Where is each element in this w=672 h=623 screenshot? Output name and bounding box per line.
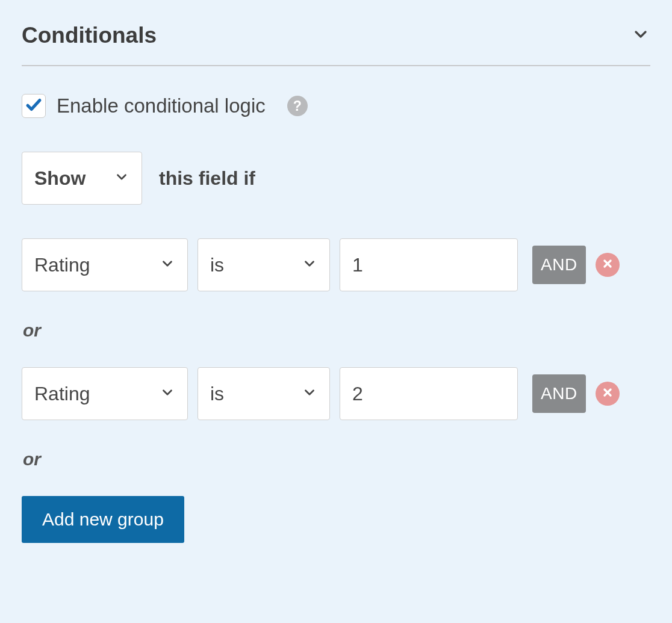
help-glyph: ? <box>293 98 302 114</box>
rule-operator-value: is <box>210 383 224 405</box>
chevron-down-icon <box>302 254 317 276</box>
rule-field-select[interactable]: Rating <box>22 367 188 420</box>
checkmark-icon <box>25 96 43 116</box>
add-group-label: Add new group <box>42 509 164 529</box>
rule-row: Rating is AND <box>22 238 650 291</box>
chevron-down-icon <box>114 167 129 190</box>
add-new-group-button[interactable]: Add new group <box>22 496 184 543</box>
enable-checkbox[interactable] <box>22 94 46 118</box>
chevron-down-icon <box>160 383 175 405</box>
delete-rule-button[interactable] <box>596 382 620 406</box>
chevron-down-icon <box>302 383 317 405</box>
rule-operator-value: is <box>210 254 224 276</box>
action-suffix: this field if <box>159 167 255 190</box>
close-icon <box>602 386 614 401</box>
rule-value-input[interactable] <box>340 367 518 420</box>
rule-operator-select[interactable]: is <box>198 367 330 420</box>
help-icon[interactable]: ? <box>287 96 308 116</box>
rule-field-value: Rating <box>34 254 90 276</box>
action-row: Show this field if <box>22 152 650 205</box>
rule-field-select[interactable]: Rating <box>22 238 188 291</box>
chevron-down-icon <box>631 25 650 46</box>
close-icon <box>602 258 614 272</box>
or-separator: or <box>23 449 650 470</box>
rule-field-value: Rating <box>34 383 90 405</box>
delete-rule-button[interactable] <box>596 253 620 277</box>
or-separator: or <box>23 320 650 341</box>
enable-conditional-row: Enable conditional logic ? <box>22 94 650 118</box>
and-button[interactable]: AND <box>532 246 586 284</box>
chevron-down-icon <box>160 254 175 276</box>
rules-area: Show this field if Rating is AND <box>22 152 650 543</box>
conditionals-header[interactable]: Conditionals <box>22 12 650 65</box>
section-title: Conditionals <box>22 23 157 48</box>
action-value: Show <box>34 167 86 190</box>
and-label: AND <box>541 255 577 274</box>
rule-row: Rating is AND <box>22 367 650 420</box>
divider <box>22 65 650 66</box>
and-button[interactable]: AND <box>532 374 586 413</box>
and-label: AND <box>541 384 577 403</box>
action-select[interactable]: Show <box>22 152 142 205</box>
rule-value-input[interactable] <box>340 238 518 291</box>
rule-operator-select[interactable]: is <box>198 238 330 291</box>
enable-label: Enable conditional logic <box>57 95 266 117</box>
